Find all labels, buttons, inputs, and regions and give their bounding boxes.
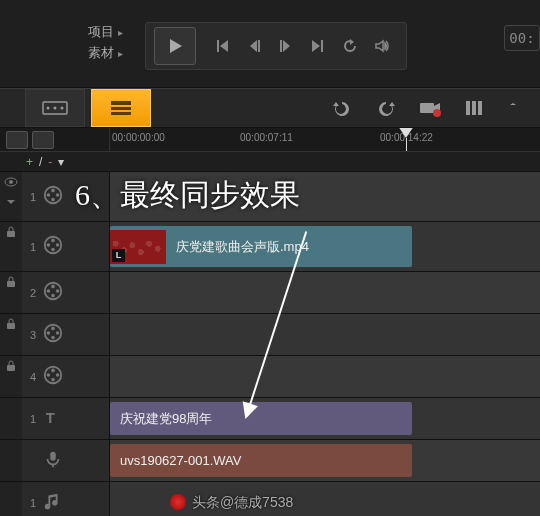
playhead[interactable] — [406, 128, 414, 151]
film-icon — [42, 184, 64, 209]
loop-button[interactable] — [336, 32, 364, 60]
svg-point-21 — [51, 239, 55, 243]
track-header[interactable]: 1 — [22, 222, 110, 271]
collapse-icon[interactable] — [0, 192, 22, 212]
track-lane[interactable]: 庆祝建党98周年 — [110, 398, 540, 439]
video-track-1: 1 — [0, 172, 540, 222]
track-lane[interactable] — [110, 272, 540, 313]
timecode-display[interactable]: 00: — [504, 25, 540, 51]
svg-rect-31 — [7, 323, 15, 329]
svg-rect-10 — [472, 101, 476, 115]
watermark: 头条@德成7538 — [170, 494, 293, 512]
svg-point-18 — [47, 193, 51, 197]
ruler-time-0: 00:00:00:00 — [112, 132, 165, 143]
svg-point-16 — [56, 193, 60, 197]
title-track-1: 1 T 庆祝建党98周年 — [0, 398, 540, 440]
storyboard-view-tab[interactable] — [25, 89, 85, 127]
svg-point-13 — [9, 180, 13, 184]
track-header[interactable]: 2 — [22, 272, 110, 313]
track-header[interactable]: 1 T — [22, 398, 110, 439]
overlay-track-4: 4 — [0, 356, 540, 398]
timeline-ruler-bar: 00:00:00:00 00:00:07:11 00:00:14:22 — [0, 128, 540, 152]
title-icon: T — [42, 406, 64, 431]
undo-button[interactable] — [320, 89, 364, 127]
svg-point-24 — [47, 243, 51, 247]
svg-rect-6 — [111, 112, 131, 115]
svg-point-29 — [51, 294, 55, 298]
svg-text:T: T — [46, 410, 55, 426]
svg-rect-11 — [478, 101, 482, 115]
svg-rect-9 — [466, 101, 470, 115]
track-lane[interactable] — [110, 356, 540, 397]
lock-icon[interactable] — [0, 272, 22, 292]
lock-icon[interactable] — [0, 222, 22, 242]
source-label[interactable]: 素材 — [88, 43, 123, 64]
svg-point-42 — [47, 373, 51, 377]
timeline-ruler[interactable]: 00:00:00:00 00:00:07:11 00:00:14:22 — [110, 128, 540, 151]
clip-thumbnail: L — [110, 230, 166, 264]
video-clip[interactable]: L 庆党建歌曲会声版.mp4 — [110, 226, 412, 267]
svg-rect-37 — [7, 365, 15, 371]
timeline-view-tab[interactable] — [91, 89, 151, 127]
film-icon — [42, 280, 64, 305]
mixer-button[interactable] — [452, 89, 496, 127]
svg-point-3 — [61, 107, 64, 110]
clip-label: 庆祝建党98周年 — [120, 410, 212, 428]
ruler-controls — [0, 128, 110, 152]
svg-point-17 — [51, 198, 55, 202]
lock-icon[interactable] — [0, 314, 22, 334]
ruler-storyboard-btn[interactable] — [6, 131, 28, 149]
track-side-buttons — [0, 172, 22, 212]
track-header[interactable]: 1 — [22, 172, 110, 221]
preview-mode-labels: 项目 素材 — [88, 22, 123, 64]
svg-point-40 — [56, 373, 60, 377]
track-header[interactable]: 4 — [22, 356, 110, 397]
ruler-list-btn[interactable] — [32, 131, 54, 149]
go-start-button[interactable] — [208, 32, 236, 60]
film-icon — [42, 322, 64, 347]
track-settings-row: + / - ▾ — [0, 152, 540, 172]
track-dropdown[interactable]: ▾ — [58, 155, 64, 169]
svg-point-36 — [47, 331, 51, 335]
play-button[interactable] — [154, 27, 196, 65]
step-back-button[interactable] — [240, 32, 268, 60]
svg-point-1 — [47, 107, 50, 110]
svg-point-23 — [51, 248, 55, 252]
l-badge: L — [112, 249, 125, 262]
ruler-time-1: 00:00:07:11 — [240, 132, 293, 143]
divider: / — [39, 155, 42, 169]
track-header[interactable]: 1 — [22, 482, 110, 516]
svg-rect-4 — [111, 101, 131, 105]
track-lane[interactable] — [110, 172, 540, 221]
svg-point-2 — [54, 107, 57, 110]
audio-clip[interactable]: uvs190627-001.WAV — [110, 444, 412, 477]
track-header[interactable]: · — [22, 440, 110, 481]
remove-track-button[interactable]: - — [48, 155, 52, 169]
svg-point-8 — [433, 109, 441, 117]
record-button[interactable] — [408, 89, 452, 127]
step-forward-button[interactable] — [272, 32, 300, 60]
volume-button[interactable] — [368, 32, 396, 60]
go-end-button[interactable] — [304, 32, 332, 60]
svg-point-39 — [51, 369, 55, 373]
watermark-text: 头条@德成7538 — [192, 494, 293, 510]
music-icon — [42, 490, 64, 515]
eye-icon[interactable] — [0, 172, 22, 192]
project-label[interactable]: 项目 — [88, 22, 123, 43]
track-lane[interactable]: uvs190627-001.WAV — [110, 440, 540, 481]
timeline-toolbar — [0, 88, 540, 128]
svg-point-35 — [51, 336, 55, 340]
track-header[interactable]: 3 — [22, 314, 110, 355]
track-lane[interactable]: L 庆党建歌曲会声版.mp4 — [110, 222, 540, 271]
title-clip[interactable]: 庆祝建党98周年 — [110, 402, 412, 435]
svg-point-34 — [56, 331, 60, 335]
svg-rect-7 — [420, 103, 434, 113]
redo-button[interactable] — [364, 89, 408, 127]
chapter-button[interactable] — [496, 89, 540, 127]
svg-point-28 — [56, 289, 60, 293]
overlay-track-1: 1 L 庆党建歌曲会声版.mp4 — [0, 222, 540, 272]
add-track-button[interactable]: + — [26, 155, 33, 169]
mic-icon — [42, 448, 64, 473]
track-lane[interactable] — [110, 314, 540, 355]
lock-icon[interactable] — [0, 356, 22, 376]
